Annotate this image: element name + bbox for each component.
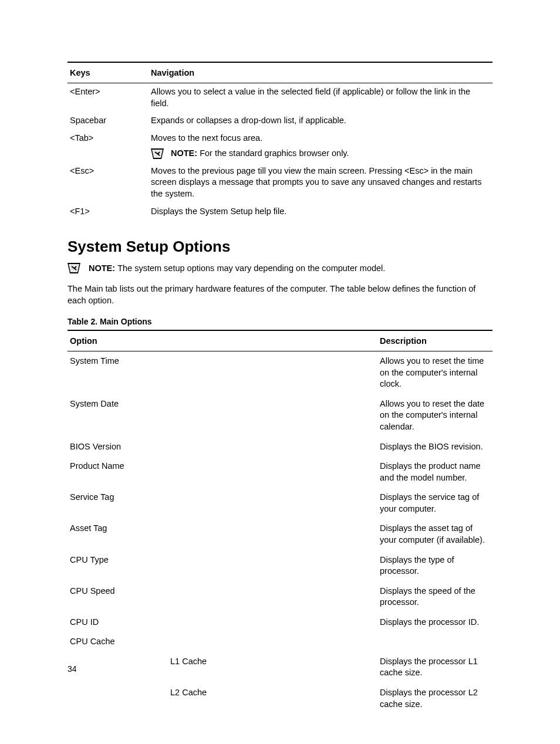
description-header: Description xyxy=(377,330,492,351)
nav-cell: Displays the System Setup help file. xyxy=(149,203,492,221)
note-icon xyxy=(151,148,164,159)
keys-header: Keys xyxy=(68,62,149,83)
option-cell: CPU Cache xyxy=(68,632,377,652)
nav-cell: Moves to the next focus area. xyxy=(149,130,492,147)
option-cell: CPU Speed xyxy=(68,581,377,613)
description-cell: Displays the processor ID. xyxy=(377,613,492,633)
table-row: <F1> Displays the System Setup help file… xyxy=(68,203,492,221)
key-cell: <Esc> xyxy=(68,163,149,203)
nav-cell: Allows you to select a value in the sele… xyxy=(149,83,492,113)
description-cell: Allows you to reset the date on the comp… xyxy=(377,394,492,437)
table-row: CPU Type Displays the type of processor. xyxy=(68,550,492,581)
description-cell xyxy=(377,632,492,652)
nav-cell: Expands or collapses a drop-down list, i… xyxy=(149,112,492,130)
nav-cell: Moves to the previous page till you view… xyxy=(149,163,492,203)
key-cell: <Enter> xyxy=(68,83,149,113)
option-cell: BIOS Version xyxy=(68,437,377,457)
intro-paragraph: The Main tab lists out the primary hardw… xyxy=(68,283,492,307)
tab-note: NOTE: For the standard graphics browser … xyxy=(151,148,490,160)
note-label: NOTE: xyxy=(171,148,200,158)
key-cell: <F1> xyxy=(68,203,149,221)
section-note: NOTE: The system setup options may vary … xyxy=(68,263,492,275)
note-icon xyxy=(68,263,80,273)
table-row: CPU ID Displays the processor ID. xyxy=(68,613,492,633)
description-cell: Displays the type of processor. xyxy=(377,550,492,581)
navigation-header: Navigation xyxy=(149,62,492,83)
table-row: CPU Cache xyxy=(68,632,492,652)
table-row: Service Tag Displays the service tag of … xyxy=(68,488,492,519)
main-options-table: Option Description System Time Allows yo… xyxy=(68,330,492,714)
description-cell: Displays the service tag of your compute… xyxy=(377,488,492,519)
table-row: Asset Tag Displays the asset tag of your… xyxy=(68,519,492,550)
option-cell: Asset Tag xyxy=(68,519,377,550)
description-cell: Allows you to reset the time on the comp… xyxy=(377,351,492,394)
description-cell: Displays the speed of the processor. xyxy=(377,581,492,613)
table-row: Product Name Displays the product name a… xyxy=(68,456,492,488)
table-row: Spacebar Expands or collapses a drop-dow… xyxy=(68,112,492,130)
table-row: NOTE: For the standard graphics browser … xyxy=(68,147,492,163)
option-cell-sub: L1 Cache xyxy=(68,652,377,683)
page-number: 34 xyxy=(68,664,77,674)
key-cell: <Tab> xyxy=(68,130,149,147)
note-text: The system setup options may vary depend… xyxy=(117,263,385,273)
option-header: Option xyxy=(68,330,377,351)
key-cell: Spacebar xyxy=(68,112,149,130)
option-cell: System Time xyxy=(68,351,377,394)
table-caption: Table 2. Main Options xyxy=(68,317,492,326)
section-heading: System Setup Options xyxy=(68,238,492,256)
note-label: NOTE: xyxy=(89,263,117,273)
table-row: System Time Allows you to reset the time… xyxy=(68,351,492,394)
table-row: BIOS Version Displays the BIOS revision. xyxy=(68,437,492,457)
description-cell: Displays the BIOS revision. xyxy=(377,437,492,457)
option-cell-sub: L2 Cache xyxy=(68,683,377,714)
table-row: CPU Speed Displays the speed of the proc… xyxy=(68,581,492,613)
table-row: <Tab> Moves to the next focus area. xyxy=(68,130,492,147)
option-cell: CPU Type xyxy=(68,550,377,581)
option-cell: Product Name xyxy=(68,456,377,488)
description-cell: Displays the product name and the model … xyxy=(377,456,492,488)
keys-navigation-table: Keys Navigation <Enter> Allows you to se… xyxy=(68,62,492,220)
table-row: <Esc> Moves to the previous page till yo… xyxy=(68,163,492,203)
option-cell: System Date xyxy=(68,394,377,437)
description-cell: Displays the processor L1 cache size. xyxy=(377,652,492,683)
table-row: System Date Allows you to reset the date… xyxy=(68,394,492,437)
note-text: For the standard graphics browser only. xyxy=(200,148,349,158)
description-cell: Displays the processor L2 cache size. xyxy=(377,683,492,714)
table-row: L2 Cache Displays the processor L2 cache… xyxy=(68,683,492,714)
option-cell: Service Tag xyxy=(68,488,377,519)
description-cell: Displays the asset tag of your computer … xyxy=(377,519,492,550)
option-cell: CPU ID xyxy=(68,613,377,633)
table-row: L1 Cache Displays the processor L1 cache… xyxy=(68,652,492,683)
table-row: <Enter> Allows you to select a value in … xyxy=(68,83,492,113)
page: Keys Navigation <Enter> Allows you to se… xyxy=(0,0,560,744)
